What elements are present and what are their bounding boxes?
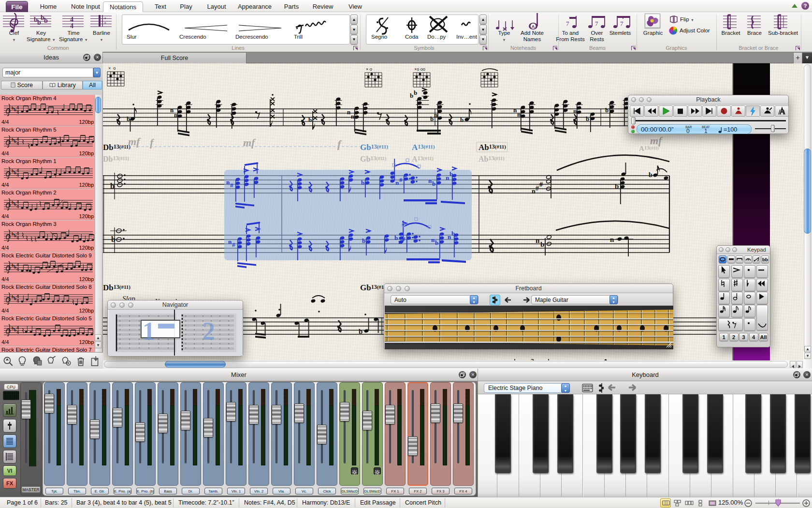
svg-text:b: b bbox=[44, 17, 48, 24]
svg-text:#: # bbox=[536, 185, 539, 192]
svg-text:n: n bbox=[517, 111, 521, 118]
svg-text:mf: mf bbox=[243, 136, 256, 149]
svg-text:A13(#11): A13(#11) bbox=[412, 143, 435, 152]
svg-text:×o oo: ×o oo bbox=[414, 67, 425, 72]
svg-text:7: 7 bbox=[595, 20, 598, 27]
svg-text:#: # bbox=[539, 181, 543, 188]
svg-text:b: b bbox=[432, 180, 435, 187]
svg-text:n: n bbox=[174, 111, 178, 119]
svg-text:b: b bbox=[361, 179, 364, 186]
svg-text:4: 4 bbox=[16, 267, 19, 272]
svg-text:4: 4 bbox=[16, 298, 19, 303]
svg-text:Db13(#11): Db13(#11) bbox=[103, 143, 130, 152]
svg-text:#: # bbox=[230, 181, 233, 189]
svg-text:b: b bbox=[649, 171, 652, 179]
svg-text:b: b bbox=[450, 170, 453, 178]
svg-text:4: 4 bbox=[16, 235, 19, 240]
svg-text:4: 4 bbox=[16, 141, 19, 146]
svg-text:n: n bbox=[228, 238, 232, 245]
svg-text:b: b bbox=[615, 182, 619, 190]
svg-text:n: n bbox=[573, 107, 577, 115]
svg-text:Gb13(#11): Gb13(#11) bbox=[360, 143, 388, 152]
svg-text:n: n bbox=[536, 237, 540, 244]
svg-text:b: b bbox=[127, 115, 130, 122]
svg-text:Gb13(#11): Gb13(#11) bbox=[360, 155, 386, 163]
svg-text:n: n bbox=[431, 236, 435, 243]
svg-text:n: n bbox=[532, 188, 536, 195]
svg-text:7: 7 bbox=[620, 20, 624, 27]
svg-text:b: b bbox=[460, 116, 464, 123]
svg-text:7: 7 bbox=[566, 20, 569, 27]
svg-text:n: n bbox=[351, 113, 355, 120]
svg-text:b: b bbox=[362, 237, 365, 244]
svg-text:4: 4 bbox=[70, 22, 73, 30]
svg-text:n: n bbox=[610, 236, 614, 243]
svg-text:b: b bbox=[359, 328, 362, 335]
svg-text:b: b bbox=[414, 89, 417, 96]
svg-text:mf: mf bbox=[650, 134, 663, 147]
svg-text:n: n bbox=[395, 179, 399, 186]
svg-text:n: n bbox=[170, 106, 174, 114]
svg-text:+: + bbox=[104, 16, 106, 21]
svg-text:b: b bbox=[394, 234, 398, 241]
svg-text:4: 4 bbox=[16, 204, 19, 209]
svg-text:f: f bbox=[337, 138, 342, 150]
svg-text:b: b bbox=[110, 182, 115, 190]
svg-text:n: n bbox=[226, 179, 230, 186]
svg-text:n: n bbox=[434, 111, 438, 119]
svg-text:b: b bbox=[430, 115, 434, 122]
svg-text:Ab13(#11): Ab13(#11) bbox=[478, 143, 506, 152]
svg-text:n: n bbox=[446, 174, 450, 181]
svg-text:× o: × o bbox=[108, 66, 116, 71]
svg-text:4: 4 bbox=[16, 109, 19, 115]
svg-text:#: # bbox=[399, 176, 403, 183]
svg-text:n: n bbox=[448, 233, 451, 240]
svg-text:b: b bbox=[540, 240, 544, 248]
svg-text:b: b bbox=[308, 116, 312, 123]
svg-text:4: 4 bbox=[16, 329, 19, 335]
svg-text:Ab13(#11): Ab13(#11) bbox=[478, 155, 505, 163]
svg-text:#: # bbox=[232, 241, 235, 248]
svg-text:A13(#11): A13(#11) bbox=[412, 155, 434, 163]
svg-text:n: n bbox=[513, 106, 517, 114]
svg-text:bb: bb bbox=[762, 256, 768, 262]
svg-text:b: b bbox=[451, 230, 455, 237]
svg-text:b: b bbox=[605, 106, 609, 114]
svg-text:b: b bbox=[410, 92, 413, 99]
svg-text:b: b bbox=[435, 239, 438, 246]
svg-text:+: + bbox=[104, 21, 106, 26]
svg-text:A: A bbox=[532, 24, 535, 29]
svg-text:Db13(#11): Db13(#11) bbox=[103, 155, 129, 163]
svg-text:× o: × o bbox=[366, 67, 372, 72]
svg-text:A13(#11): A13(#11) bbox=[639, 145, 659, 152]
svg-text:b: b bbox=[586, 115, 589, 122]
svg-text:Db13(#11): Db13(#11) bbox=[103, 283, 130, 292]
svg-text:n: n bbox=[428, 177, 432, 184]
svg-text:4: 4 bbox=[16, 172, 19, 178]
svg-text:n: n bbox=[347, 108, 351, 116]
